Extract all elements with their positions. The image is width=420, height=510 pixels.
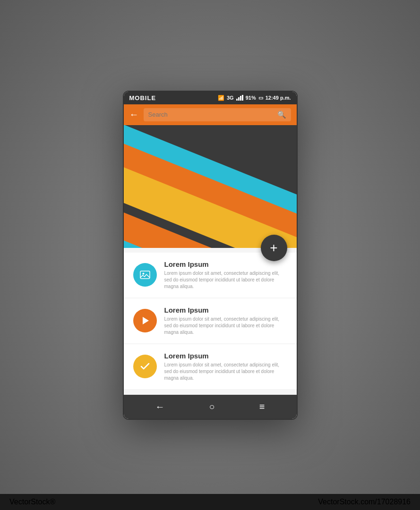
watermark-bar: VectorStock® VectorStock.com/17028916	[0, 494, 420, 510]
list-text-3: Lorem Ipsum Lorem ipsum dolor sit amet, …	[164, 352, 287, 382]
list-icon-play	[133, 309, 157, 332]
wifi-icon: 📶	[218, 95, 224, 101]
carrier-label: MOBILE	[129, 94, 156, 102]
list-desc-3: Lorem ipsum dolor sit amet, consectetur …	[164, 362, 287, 382]
nav-back-button[interactable]: ←	[155, 401, 165, 412]
bottom-nav: ← ○ ≡	[124, 395, 297, 419]
status-bar: MOBILE 📶 3G 91% ▭ 12:49 p.m.	[124, 92, 297, 104]
nav-home-button[interactable]: ○	[209, 401, 215, 412]
list-title-3: Lorem Ipsum	[164, 352, 287, 360]
watermark-right: VectorStock.com/17028916	[318, 498, 411, 506]
battery-icon: ▭	[258, 95, 263, 101]
check-icon	[139, 361, 151, 372]
phone-mockup: MOBILE 📶 3G 91% ▭ 12:49 p.m.	[123, 91, 298, 420]
signal-bars	[236, 95, 243, 101]
phone-screen: MOBILE 📶 3G 91% ▭ 12:49 p.m.	[123, 91, 298, 420]
image-icon	[139, 269, 151, 280]
status-icons: 📶 3G 91% ▭ 12:49 p.m.	[218, 95, 291, 101]
list-item[interactable]: Lorem Ipsum Lorem ipsum dolor sit amet, …	[124, 298, 297, 343]
back-button[interactable]: ←	[129, 109, 139, 120]
time-label: 12:49 p.m.	[266, 95, 291, 101]
watermark-left: VectorStock®	[9, 498, 55, 506]
list-icon-image	[133, 263, 157, 287]
svg-rect-0	[140, 271, 150, 279]
list-icon-check	[133, 355, 157, 378]
list-item[interactable]: Lorem Ipsum Lorem ipsum dolor sit amet, …	[124, 344, 297, 389]
network-label: 3G	[227, 95, 234, 101]
svg-point-1	[142, 273, 144, 275]
list-text-2: Lorem Ipsum Lorem ipsum dolor sit amet, …	[164, 306, 287, 336]
list-desc-1: Lorem ipsum dolor sit amet, consectetur …	[164, 270, 287, 290]
list-desc-2: Lorem ipsum dolor sit amet, consectetur …	[164, 316, 287, 336]
list-title-2: Lorem Ipsum	[164, 306, 287, 314]
search-icon: 🔍	[277, 110, 286, 119]
hero-section	[124, 125, 297, 248]
app-bar: ← 🔍	[124, 104, 297, 125]
list-title-1: Lorem Ipsum	[164, 260, 287, 268]
fab-button[interactable]: +	[261, 235, 287, 261]
fab-plus-icon: +	[270, 241, 277, 255]
svg-marker-2	[143, 317, 149, 324]
search-box[interactable]: 🔍	[144, 108, 291, 121]
list-section: Lorem Ipsum Lorem ipsum dolor sit amet, …	[124, 248, 297, 395]
nav-menu-button[interactable]: ≡	[259, 401, 265, 412]
list-text-1: Lorem Ipsum Lorem ipsum dolor sit amet, …	[164, 260, 287, 290]
search-input[interactable]	[148, 111, 274, 118]
play-icon	[139, 315, 151, 326]
battery-percent: 91%	[246, 95, 256, 101]
